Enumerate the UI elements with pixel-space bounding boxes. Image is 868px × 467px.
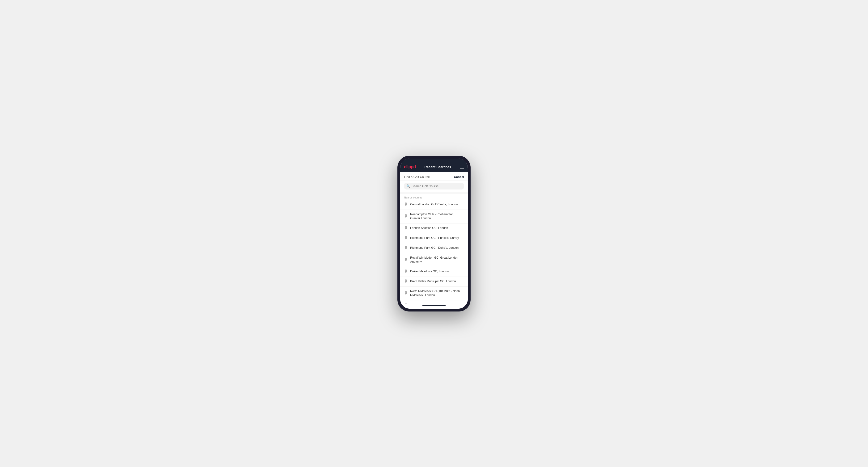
location-pin-icon	[404, 258, 408, 262]
course-list-item[interactable]: Royal Wimbledon GC, Great London Authori…	[400, 253, 468, 267]
course-list-item[interactable]: Richmond Park GC - Prince's, Surrey	[400, 234, 468, 243]
course-name: London Scottish GC, London	[410, 226, 448, 230]
search-container: 🔍	[400, 181, 468, 192]
location-pin-icon	[404, 226, 408, 230]
course-name: Brent Valley Municipal GC, London	[410, 279, 456, 284]
course-name: North Middlesex GC (1011942 - North Midd…	[410, 289, 464, 298]
menu-icon[interactable]	[460, 166, 464, 168]
home-indicator	[400, 304, 468, 309]
status-bar	[400, 159, 468, 162]
course-list-item[interactable]: Roehampton Club - Roehampton, Greater Lo…	[400, 210, 468, 223]
nav-bar: clippd Recent Searches	[400, 162, 468, 172]
search-box: 🔍	[404, 183, 464, 189]
nav-title: Recent Searches	[425, 165, 451, 169]
course-list-item[interactable]: Richmond Park GC - Duke's, London	[400, 243, 468, 253]
course-list-item[interactable]: Dukes Meadows GC, London	[400, 267, 468, 277]
content-area: Find a Golf Course Cancel 🔍 Nearby cours…	[400, 172, 468, 304]
course-list-item[interactable]: North Middlesex GC (1011942 - North Midd…	[400, 287, 468, 301]
phone-device: clippd Recent Searches Find a Golf Cours…	[397, 156, 471, 311]
course-list-item[interactable]: Brent Valley Municipal GC, London	[400, 277, 468, 287]
course-name: Dukes Meadows GC, London	[410, 270, 448, 274]
course-name: Roehampton Club - Roehampton, Greater Lo…	[410, 212, 464, 221]
phone-screen: clippd Recent Searches Find a Golf Cours…	[400, 159, 468, 309]
home-bar	[422, 305, 446, 306]
location-pin-icon	[404, 236, 408, 241]
search-icon: 🔍	[406, 184, 410, 188]
app-logo: clippd	[404, 164, 416, 169]
location-pin-icon	[404, 270, 408, 274]
course-name: Richmond Park GC - Duke's, London	[410, 246, 459, 250]
find-header: Find a Golf Course Cancel	[400, 172, 468, 181]
course-name: Central London Golf Centre, London	[410, 203, 458, 207]
location-pin-icon	[404, 246, 408, 250]
find-title: Find a Golf Course	[404, 175, 430, 179]
nearby-label: Nearby courses	[400, 194, 468, 200]
search-input[interactable]	[411, 184, 462, 188]
location-pin-icon	[404, 279, 408, 284]
course-name: Royal Wimbledon GC, Great London Authori…	[410, 256, 464, 264]
location-pin-icon	[404, 291, 408, 296]
course-list-item[interactable]: London Scottish GC, London	[400, 223, 468, 234]
course-list-item[interactable]: Coombe Hill GC, Kingston upon Thames	[400, 301, 468, 304]
course-list-item[interactable]: Central London Golf Centre, London	[400, 200, 468, 210]
location-pin-icon	[404, 214, 408, 219]
nearby-courses-section: Nearby courses Central London Golf Centr…	[400, 194, 468, 304]
course-name: Richmond Park GC - Prince's, Surrey	[410, 236, 459, 240]
location-pin-icon	[404, 203, 408, 207]
cancel-button[interactable]: Cancel	[454, 175, 464, 179]
